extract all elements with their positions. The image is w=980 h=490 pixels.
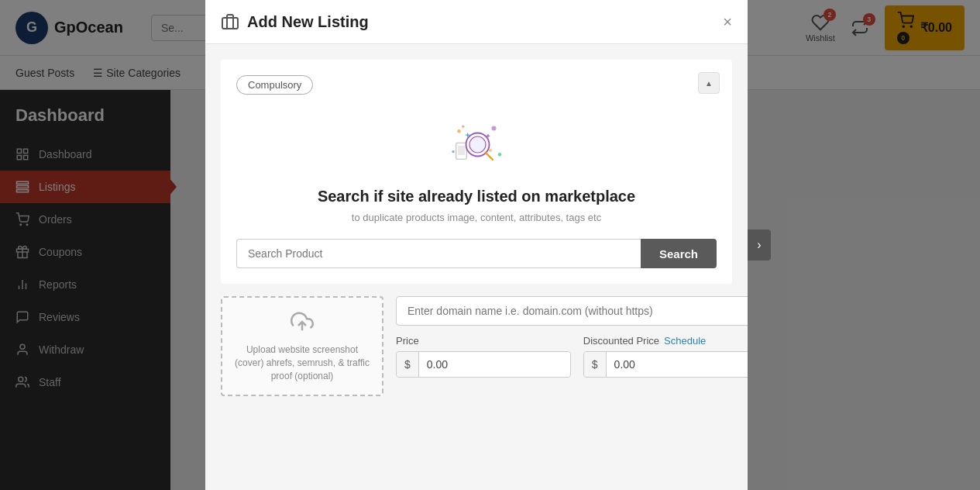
search-product-input[interactable] bbox=[236, 239, 641, 268]
compulsory-badge: Compulsory bbox=[236, 75, 313, 95]
svg-point-20 bbox=[498, 153, 502, 157]
price-input[interactable] bbox=[419, 352, 570, 377]
upload-box[interactable]: Upload website screenshot (cover) ahrefs… bbox=[221, 296, 383, 396]
price-input-wrap: $ bbox=[396, 351, 571, 378]
svg-point-17 bbox=[457, 129, 461, 133]
svg-rect-24 bbox=[458, 146, 465, 155]
price-label: Price bbox=[396, 335, 571, 347]
price-row: Price $ Discounted Price Schedule bbox=[396, 335, 748, 378]
svg-point-18 bbox=[492, 126, 497, 131]
schedule-link[interactable]: Schedule bbox=[664, 335, 706, 347]
modal-close-button[interactable]: × bbox=[723, 14, 732, 29]
price-symbol: $ bbox=[397, 352, 419, 377]
search-illustration bbox=[236, 115, 717, 180]
search-row: Search bbox=[236, 239, 717, 268]
arrow-right-icon: › bbox=[757, 238, 761, 252]
upload-text: Upload website screenshot (cover) ahrefs… bbox=[235, 343, 370, 382]
right-arrow-button[interactable]: › bbox=[748, 229, 771, 261]
domain-input[interactable] bbox=[396, 296, 748, 326]
discounted-price-input-wrap: $ bbox=[583, 351, 748, 378]
bottom-section: Upload website screenshot (cover) ahrefs… bbox=[221, 296, 732, 396]
right-fields: Price $ Discounted Price Schedule bbox=[396, 296, 748, 378]
svg-point-19 bbox=[452, 150, 455, 153]
modal-body: Compulsory ▲ bbox=[205, 44, 748, 490]
collapse-button[interactable]: ▲ bbox=[698, 72, 720, 94]
discounted-price-symbol: $ bbox=[584, 352, 607, 377]
discounted-price-input[interactable] bbox=[607, 352, 748, 377]
search-subtitle: to duplicate products image, content, at… bbox=[236, 212, 717, 223]
add-new-listing-modal: Add New Listing × Compulsory ▲ bbox=[205, 0, 748, 490]
modal-header: Add New Listing × bbox=[205, 0, 748, 44]
svg-line-27 bbox=[486, 153, 493, 160]
briefcase-icon bbox=[221, 12, 239, 31]
discounted-price-group: Discounted Price Schedule $ bbox=[583, 335, 748, 378]
search-card: Compulsory ▲ bbox=[221, 60, 732, 284]
discounted-price-label: Discounted Price Schedule bbox=[583, 335, 748, 347]
modal-title: Add New Listing bbox=[247, 13, 715, 31]
upload-icon bbox=[291, 310, 314, 339]
svg-rect-21 bbox=[462, 125, 465, 128]
search-illustration-svg bbox=[442, 115, 511, 177]
price-group: Price $ bbox=[396, 335, 571, 378]
svg-point-26 bbox=[469, 136, 486, 153]
search-main-title: Search if site already listed on marketp… bbox=[236, 188, 717, 205]
svg-rect-16 bbox=[222, 18, 238, 29]
search-button[interactable]: Search bbox=[641, 239, 717, 268]
